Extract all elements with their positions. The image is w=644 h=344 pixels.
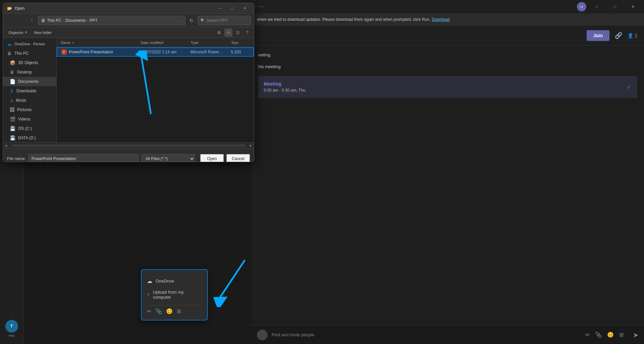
sidebar-music-label: Music (16, 98, 26, 103)
dialog-open-btn[interactable]: Open (200, 154, 224, 162)
teams-find-people[interactable]: Find and invite people (272, 332, 314, 337)
teams-minimize-btn[interactable]: ─ (589, 0, 604, 13)
thispc-icon: 🖥 (7, 51, 12, 56)
file-name-cell: P PowerPoint Presentation (57, 49, 138, 55)
osc-icon: 💾 (7, 126, 15, 131)
sidebar-item-thispc[interactable]: 🖥 This PC (3, 49, 56, 58)
sidebar-downloads-label: Downloads (16, 89, 36, 93)
sidebar-datad-label: DATA (D:) (18, 136, 36, 140)
teams-user-avatar[interactable]: U (577, 2, 586, 11)
dialog-search-bar[interactable]: 🔍 Search PPT (198, 16, 251, 25)
col-name-header[interactable]: Name ▲ (57, 41, 138, 45)
dialog-close-btn[interactable]: ✕ (240, 3, 250, 14)
file-type-cell: Microsoft PowerPo... (188, 50, 228, 54)
teams-meeting-text: eeting. (258, 52, 637, 57)
scroll-right-btn[interactable]: ► (248, 143, 254, 149)
sidebar-item-music[interactable]: ♫ Music (3, 96, 56, 105)
dialog-view-toolbar: Organize ▼ New folder ⊞ ≡ ⊡ ? (3, 27, 254, 38)
toolbar-icon-2[interactable]: 📎 (155, 308, 162, 314)
dialog-cancel-btn[interactable]: Cancel (226, 154, 250, 162)
teams-send-icon[interactable]: ➤ (633, 331, 639, 339)
dialog-path-bar[interactable]: 🖥 This PC › Documents › PPT ⌄ (38, 16, 185, 25)
teams-user-icon[interactable]: T (5, 320, 18, 333)
sidebar-item-videos[interactable]: 🎬 Videos (3, 114, 56, 124)
blue-arrow-down (195, 257, 262, 307)
dialog-refresh-btn[interactable]: ↻ (187, 16, 196, 25)
dialog-maximize-btn[interactable]: □ (227, 3, 237, 14)
view-icon-btn-1[interactable]: ⊞ (215, 29, 223, 37)
view-icon-btn-2[interactable]: ≡ (224, 29, 232, 37)
sidebar-thispc-label: This PC (14, 51, 29, 56)
upload-from-computer-item[interactable]: ↑ Upload from my computer (147, 287, 202, 302)
teams-paperclip-icon[interactable]: 📎 (595, 332, 602, 338)
sidebar-item-osc[interactable]: 💾 OS (C:) (3, 124, 56, 133)
dialog-forward-btn[interactable]: → (16, 16, 26, 25)
sidebar-pictures-label: Pictures (17, 107, 32, 112)
teams-pen-icon[interactable]: ✏ (585, 332, 590, 338)
teams-notification-bar: when we tried to download updates. Pleas… (252, 13, 644, 26)
dialog-minimize-btn[interactable]: ─ (214, 3, 224, 14)
dialog-search-placeholder: Search PPT (207, 18, 228, 23)
toolbar-icon-3[interactable]: 😊 (166, 308, 173, 314)
sidebar-item-datad[interactable]: 💾 DATA (D:) (3, 133, 56, 142)
teams-notification-text: when we tried to download updates. Pleas… (257, 17, 430, 22)
teams-meeting-card-time: 5:00 am - 5:30 am, Thu (264, 88, 632, 93)
sidebar-item-downloads[interactable]: ⬇ Downloads (3, 86, 56, 96)
sidebar-item-documents[interactable]: 📄 Documents (3, 77, 56, 86)
file-column-headers: Name ▲ Date modified Type Size (57, 38, 254, 47)
pictures-icon: 🖼 (7, 107, 14, 112)
view-icon-btn-3[interactable]: ⊡ (234, 29, 242, 37)
onedrive-item[interactable]: ☁ OneDrive (147, 275, 202, 287)
teams-download-link[interactable]: Download (432, 17, 449, 22)
teams-content-area: eeting. his meeting Meeting 5:00 am - 5:… (252, 46, 644, 344)
path-folder1: Documents (65, 18, 86, 23)
help-btn[interactable]: ? (243, 29, 251, 37)
teams-user-avatar-bottom (257, 330, 268, 340)
dialog-bottom-bar: File name: All Files (*.*) Open Cancel (3, 148, 254, 162)
teams-bottom-bar: Find and invite people ✏ 📎 😊 ⊞ ➤ (252, 325, 644, 344)
help-label: Help (8, 334, 15, 337)
new-folder-label: New folder (34, 31, 52, 35)
videos-icon: 🎬 (7, 116, 15, 122)
organize-arrow: ▼ (25, 31, 28, 34)
scroll-track[interactable] (12, 144, 245, 147)
dialog-up-btn[interactable]: ↑ (27, 16, 37, 25)
teams-apps-icon[interactable]: ⊞ (619, 332, 624, 338)
col-type-header[interactable]: Type (188, 41, 228, 45)
sidebar-videos-label: Videos (18, 117, 30, 121)
onedrive-cloud-icon: ☁ (147, 278, 152, 284)
scroll-left-btn[interactable]: ◄ (3, 143, 9, 149)
teams-close-btn[interactable]: ✕ (625, 0, 641, 13)
new-folder-btn[interactable]: New folder (32, 30, 55, 35)
sidebar-onedrive-label: OneDrive - Person (14, 42, 45, 46)
filename-input[interactable] (29, 154, 139, 162)
dialog-back-btn[interactable]: ← (6, 16, 15, 25)
3dobjects-icon: 📦 (7, 60, 15, 65)
sidebar-documents-label: Documents (18, 79, 39, 84)
col-date-header[interactable]: Date modified (138, 41, 188, 45)
organize-btn[interactable]: Organize ▼ (6, 30, 30, 35)
name-sort-arrow: ▲ (72, 41, 74, 44)
teams-meeting-card[interactable]: Meeting 5:00 am - 5:30 am, Thu ✓ (258, 76, 637, 98)
dialog-toolbar: ← → ↑ 🖥 This PC › Documents › PPT ⌄ ↻ 🔍 … (3, 14, 254, 27)
upload-icon: ↑ (147, 292, 150, 298)
teams-meeting-bar: Join 🔗 👤 1 (252, 26, 644, 46)
onedrive-label: OneDrive (156, 279, 174, 284)
teams-meeting-card-title: Meeting (264, 81, 632, 87)
teams-emoji-icon[interactable]: 😊 (607, 332, 614, 338)
filename-label: File name: (7, 156, 26, 161)
toolbar-icon-4[interactable]: ⊞ (177, 308, 181, 314)
sidebar-item-3dobjects[interactable]: 📦 3D Objects (3, 58, 56, 67)
toolbar-icon-1[interactable]: ✏ (147, 308, 151, 314)
dialog-sidebar: ☁ OneDrive - Person 🖥 This PC 📦 3D Objec… (3, 38, 57, 142)
teams-maximize-btn[interactable]: □ (607, 0, 623, 13)
horizontal-scrollbar[interactable]: ◄ ► (3, 142, 254, 148)
sidebar-item-desktop[interactable]: 🖥 Desktop (3, 67, 56, 77)
teams-link-icon[interactable]: 🔗 (613, 31, 624, 41)
sidebar-item-onedrive[interactable]: ☁ OneDrive - Person (3, 39, 56, 49)
sidebar-item-pictures[interactable]: 🖼 Pictures (3, 105, 56, 114)
svg-line-3 (218, 260, 245, 300)
filetype-select[interactable]: All Files (*.*) (141, 154, 195, 162)
teams-join-btn[interactable]: Join (587, 30, 610, 41)
col-size-header[interactable]: Size (229, 41, 254, 45)
